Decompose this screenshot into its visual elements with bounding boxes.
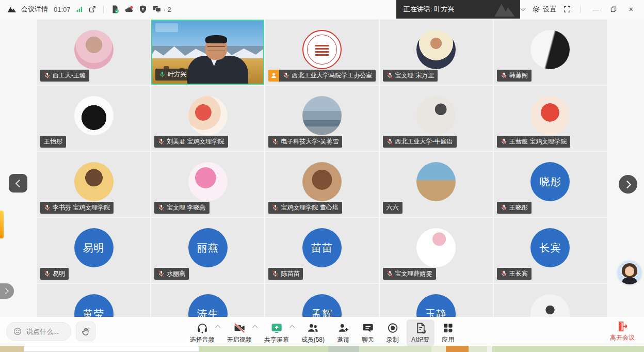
participant-tile[interactable]: 宝鸡文理学院 董心培 [265,152,378,217]
share-screen-button[interactable]: 共享屏幕 [260,319,294,346]
participant-nameplate: 宝鸡文理学院 董心培 [268,202,342,214]
security-shield-icon[interactable] [138,5,148,14]
apps-button[interactable]: 应用 [437,319,459,346]
participant-tile[interactable] [494,284,607,318]
quick-chat-field[interactable] [6,322,71,341]
chat-input[interactable] [25,327,65,336]
participant-name: 李书芬 宝鸡文理学院 [53,203,110,212]
participant-tile[interactable]: 宝文理 宋万里 [380,20,493,85]
meeting-duration: 01:07 [54,6,71,13]
fullscreen-icon[interactable] [563,5,571,13]
participant-name: 宝文理 李晓燕 [167,203,205,212]
leave-meeting-button[interactable]: 离开会议 [610,321,635,342]
participant-tile[interactable]: 黄莹 [37,284,150,318]
chevron-up-icon[interactable] [252,325,257,330]
record-icon [387,322,399,334]
participant-tile[interactable]: 孟辉 [265,284,378,318]
minimize-button[interactable] [589,0,603,19]
participant-nameplate: 易明 [40,268,69,280]
participant-tile[interactable]: 六六 [380,152,493,217]
raise-hand-button[interactable] [76,322,95,341]
members-button[interactable]: 成员(58) [297,319,329,346]
camera-off-icon [233,322,245,334]
participant-tile[interactable]: 李书芬 宝鸡文理学院 [37,152,150,217]
participant-tile[interactable]: 晓彤 王晓彤 [494,152,607,217]
title-bar: 会议详情 01:07 · 2 布局 设置 [0,0,644,19]
participant-name: 电子科技大学-吴蒋雪 [281,137,339,146]
participant-name: 西北工业大学马院学工办公室 [292,71,372,80]
chevron-up-icon[interactable] [289,325,295,330]
chat-icon [362,322,374,334]
titlebar-left: 会议详情 01:07 · 2 [0,5,171,14]
mic-muted-icon [44,72,51,79]
page-next-button[interactable] [619,175,637,194]
side-notification-strip[interactable] [0,211,4,238]
smiley-icon[interactable] [13,327,22,336]
doc-status-icon[interactable] [110,5,120,14]
participant-tile[interactable]: 涛生 [151,284,264,318]
members-label: 成员(58) [301,335,325,344]
apps-grid-icon [442,322,454,334]
participant-name: 王长宾 [509,269,528,278]
participant-tile[interactable]: 刘美君 宝鸡文理学院 [151,86,264,151]
network-signal-icon[interactable] [75,5,84,13]
page-prev-button[interactable] [9,174,27,193]
avatar [416,228,456,267]
speaking-toast-text: 正在讲话: 叶方兴 [404,5,454,14]
divider [580,6,581,13]
participant-tile[interactable]: 丽燕 水丽燕 [151,218,264,283]
participant-grid: 西工大-王璐 叶方兴 西北工业大学马院学工办公室 [37,20,607,318]
mic-muted-icon [44,270,51,277]
record-button[interactable]: 录制 [382,319,404,346]
participant-tile[interactable]: 电子科技大学-吴蒋雪 [265,86,378,151]
settings-button[interactable]: 设置 [532,5,556,14]
avatar-text: 黄莹 [83,307,105,318]
active-speaker-tile[interactable]: 叶方兴 [151,20,264,85]
chat-button[interactable]: 聊天 [357,319,379,346]
mic-muted-icon [44,204,51,211]
participant-stage: 西工大-王璐 叶方兴 西北工业大学马院学工办公室 [0,19,644,318]
popout-icon[interactable] [88,5,96,13]
monitor-count[interactable]: · 2 [152,5,171,14]
participant-tile[interactable]: 宝文理薛婧雯 [380,218,493,283]
mic-muted-icon [501,138,507,145]
invite-button[interactable]: 邀请 [332,319,354,346]
members-icon [307,322,319,334]
participant-tile[interactable]: 西北工业大学马院学工办公室 [265,20,378,85]
participant-tile[interactable]: 王彗懿 宝鸡文理学院 [494,86,607,151]
participant-tile[interactable]: 韩藤阁 [494,20,607,85]
participant-tile[interactable]: 宝文理 李晓燕 [151,152,264,217]
ai-assistant-avatar[interactable] [618,261,641,284]
cloud-status-icon[interactable] [124,5,134,14]
record-label: 录制 [387,335,399,344]
participant-name: 六六 [387,203,399,212]
audio-button[interactable]: 选择音频 [185,319,219,346]
mic-muted-icon [272,138,279,145]
leave-door-icon [617,321,629,332]
participant-tile[interactable]: 西北工业大学-牛庭语 [380,86,493,151]
panel-expand-toggle[interactable] [0,283,14,299]
participant-tile[interactable]: 西工大-王璐 [37,20,150,85]
mic-muted-icon [158,138,165,145]
participant-nameplate: 西北工业大学-牛庭语 [383,136,457,148]
share-screen-label: 共享屏幕 [264,335,289,344]
avatar-initials: 易明 [74,228,114,267]
mic-active-icon [159,71,166,78]
mic-muted-icon [387,270,393,277]
meeting-details-button[interactable]: 会议详情 [21,5,48,14]
restore-button[interactable] [609,5,618,13]
participant-tile[interactable]: 苗苗 陈苗苗 [265,218,378,283]
meeting-window: 会议详情 01:07 · 2 布局 设置 [0,0,644,352]
ai-minutes-button[interactable]: AI纪要 [407,319,434,346]
video-button[interactable]: 开启视频 [222,319,256,346]
participant-tile[interactable]: 玉静 [380,284,493,318]
close-button[interactable]: × [624,0,638,19]
participant-tile[interactable]: 易明 易明 [37,218,150,283]
participant-tile[interactable]: 王怡彤 [37,86,150,151]
avatar-initials: 孟辉 [302,294,342,318]
watermark-logo-icon [490,1,519,18]
mic-muted-icon [272,204,279,211]
chevron-up-icon[interactable] [215,325,220,330]
ai-minutes-label: AI纪要 [411,335,429,344]
participant-tile[interactable]: 长宾 王长宾 [494,218,607,283]
